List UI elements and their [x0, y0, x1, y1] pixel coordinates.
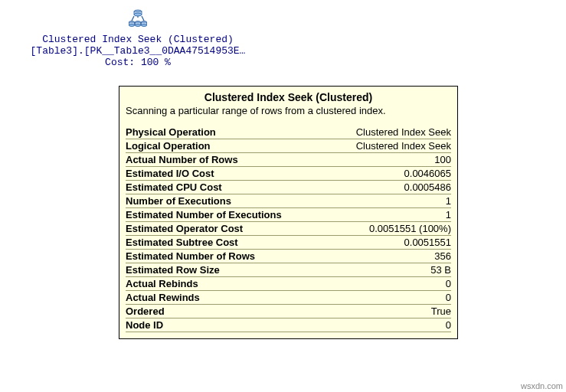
svg-point-2	[134, 13, 142, 16]
tooltip-property-value: 0	[328, 277, 451, 291]
tooltip-property-value: 0.0005486	[328, 181, 451, 194]
svg-point-11	[142, 24, 147, 27]
tooltip-property-value: 0.0051551 (100%)	[328, 222, 451, 236]
tooltip-property-value: 0	[328, 291, 451, 305]
tooltip-property-row: Node ID0	[126, 318, 451, 332]
tooltip-property-label: Actual Rebinds	[126, 277, 328, 291]
tooltip-property-row: Estimated Number of Executions1	[126, 208, 451, 222]
tooltip-property-value: 0	[328, 318, 451, 332]
execution-plan-node[interactable]: Clustered Index Seek (Clustered) [Table3…	[8, 8, 268, 68]
svg-point-8	[136, 24, 141, 27]
tooltip-property-row: Estimated Number of Rows356	[126, 250, 451, 263]
tooltip-property-row: Estimated Subtree Cost0.0051551	[126, 236, 451, 250]
tooltip-property-label: Actual Rewinds	[126, 291, 328, 305]
tooltip-property-value: True	[328, 305, 451, 318]
tooltip-property-label: Estimated Subtree Cost	[126, 236, 328, 250]
tooltip-property-label: Estimated Number of Executions	[126, 208, 328, 222]
tooltip-property-row: Actual Number of Rows100	[126, 153, 451, 167]
tooltip-property-label: Node ID	[126, 318, 328, 332]
tooltip-property-row: Estimated I/O Cost0.0046065	[126, 167, 451, 181]
tooltip-property-row: Number of Executions1	[126, 194, 451, 208]
tooltip-property-value: 53 B	[328, 263, 451, 277]
tooltip-property-row: Actual Rebinds0	[126, 277, 451, 291]
tooltip-property-value: Clustered Index Seek	[328, 126, 451, 139]
tooltip-property-row: OrderedTrue	[126, 305, 451, 318]
tooltip-property-value: 1	[328, 208, 451, 222]
tooltip-property-label: Estimated Operator Cost	[126, 222, 328, 236]
tooltip-property-label: Estimated Row Size	[126, 263, 328, 277]
tooltip-property-label: Logical Operation	[126, 139, 328, 153]
operator-tooltip: Clustered Index Seek (Clustered) Scannin…	[119, 86, 458, 339]
plan-node-object: [Table3].[PK__Table3__0DAA47514953E…	[8, 45, 268, 57]
watermark: wsxdn.com	[521, 381, 563, 390]
tooltip-property-value: Clustered Index Seek	[328, 139, 451, 153]
svg-point-5	[129, 24, 135, 27]
clustered-index-seek-icon	[126, 8, 150, 29]
tooltip-property-label: Actual Number of Rows	[126, 153, 328, 167]
tooltip-property-value: 0.0051551	[328, 236, 451, 250]
tooltip-property-label: Estimated Number of Rows	[126, 250, 328, 263]
tooltip-property-value: 356	[328, 250, 451, 263]
tooltip-property-label: Number of Executions	[126, 194, 328, 208]
tooltip-property-row: Physical OperationClustered Index Seek	[126, 126, 451, 139]
tooltip-property-value: 1	[328, 194, 451, 208]
tooltip-title: Clustered Index Seek (Clustered)	[126, 91, 451, 103]
tooltip-property-label: Physical Operation	[126, 126, 328, 139]
tooltip-property-value: 0.0046065	[328, 167, 451, 181]
tooltip-property-label: Estimated CPU Cost	[126, 181, 328, 194]
tooltip-property-label: Ordered	[126, 305, 328, 318]
tooltip-property-row: Estimated Row Size53 B	[126, 263, 451, 277]
tooltip-property-row: Logical OperationClustered Index Seek	[126, 139, 451, 153]
tooltip-property-row: Estimated Operator Cost0.0051551 (100%)	[126, 222, 451, 236]
plan-node-cost: Cost: 100 %	[8, 57, 268, 68]
plan-node-title: Clustered Index Seek (Clustered)	[8, 34, 268, 45]
tooltip-property-row: Estimated CPU Cost0.0005486	[126, 181, 451, 194]
tooltip-property-row: Actual Rewinds0	[126, 291, 451, 305]
tooltip-property-label: Estimated I/O Cost	[126, 167, 328, 181]
tooltip-property-value: 100	[328, 153, 451, 167]
tooltip-description: Scanning a particular range of rows from…	[126, 105, 451, 116]
tooltip-properties-table: Physical OperationClustered Index SeekLo…	[126, 126, 451, 332]
